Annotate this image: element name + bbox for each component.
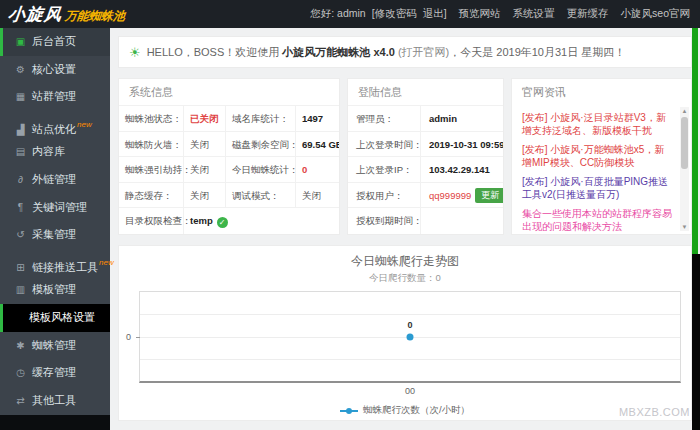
scrollbar-thumb[interactable] bbox=[681, 117, 688, 169]
info-panels-row: 系统信息 蜘蛛池状态：已关闭域名库统计：1497 蜘蛛防火墙：关闭磁盘剩余空间：… bbox=[118, 78, 692, 235]
field-label: 目录权限检查： bbox=[119, 208, 183, 234]
sidebar-item-spider[interactable]: ✱蜘蛛管理 bbox=[0, 332, 110, 360]
sidebar-item-label: 模板管理 bbox=[32, 283, 76, 295]
domain-count-value: 1497 bbox=[295, 106, 339, 132]
chart-title: 今日蜘蛛爬行走势图 bbox=[119, 253, 691, 270]
data-point-dot bbox=[407, 333, 414, 340]
field-label: 调试模式： bbox=[225, 183, 295, 209]
field-label: 静态缓存： bbox=[119, 183, 183, 209]
field-label: 管理员： bbox=[348, 106, 420, 132]
license-user-value: qq999999 bbox=[429, 190, 471, 201]
sidebar-item-content-library[interactable]: ▤内容库 bbox=[0, 138, 110, 166]
sidebar-item-core-settings[interactable]: ⚙核心设置 bbox=[0, 56, 110, 84]
table-row: 管理员：admin bbox=[348, 105, 503, 131]
table-row: 蜘蛛防火墙：关闭磁盘剩余空间：69.54 GB bbox=[119, 131, 339, 157]
refresh-cache-link[interactable]: 更新缓存 bbox=[567, 7, 609, 19]
news-link[interactable]: [发布] 小旋风·百度批量PING推送工具v2(日推送量百万) bbox=[522, 175, 673, 201]
sidebar-item-dashboard[interactable]: ▣后台首页 bbox=[0, 28, 110, 56]
watermark-text: MBXZB.COM bbox=[619, 406, 690, 418]
logout-link[interactable]: 退出 bbox=[423, 7, 444, 19]
chart-legend: 蜘蛛爬行次数（次/小时） bbox=[119, 404, 691, 417]
sidebar-item-label: 站群管理 bbox=[32, 90, 76, 102]
system-info-panel: 系统信息 蜘蛛池状态：已关闭域名库统计：1497 蜘蛛防火墙：关闭磁盘剩余空间：… bbox=[118, 78, 340, 235]
news-scrollbar[interactable]: ▲ ▼ bbox=[680, 107, 689, 231]
spider-icon: ✱ bbox=[14, 332, 27, 360]
site-group-icon: ▦ bbox=[14, 83, 27, 111]
hijack-status-value: 关闭 bbox=[183, 157, 225, 183]
update-license-button[interactable]: 更新 bbox=[475, 188, 504, 203]
field-label: 上次登录IP： bbox=[348, 157, 420, 183]
official-site-link[interactable]: 小旋风seo官网 bbox=[621, 7, 690, 19]
greeting-text: 您好: admin bbox=[310, 7, 365, 19]
y-axis-tick-label: 0 bbox=[126, 332, 131, 342]
top-header: 小旋风万能蜘蛛池 您好: admin[修改密码退出]预览网站系统设置更新缓存小旋… bbox=[0, 0, 700, 28]
scroll-down-icon[interactable]: ▼ bbox=[680, 223, 689, 231]
sidebar-item-label: 后台首页 bbox=[32, 35, 76, 47]
sidebar-item-label: 链接推送工具 bbox=[32, 261, 98, 273]
change-password-link[interactable]: 修改密码 bbox=[375, 7, 417, 19]
table-row: 授权到期时间： bbox=[348, 207, 503, 233]
field-label: 上次登录时间： bbox=[348, 132, 420, 158]
field-label: 域名库统计： bbox=[225, 106, 295, 132]
dir-name: temp bbox=[190, 215, 213, 226]
field-label: 今日蜘蛛统计： bbox=[225, 157, 295, 183]
last-login-time-value: 2019-10-31 09:59 bbox=[420, 132, 504, 158]
news-link[interactable]: [发布] 小旋风·泛目录站群V3，新增支持泛域名、新版模板干扰 bbox=[522, 111, 673, 137]
chart-plot-area: 0 0 bbox=[139, 291, 681, 383]
sidebar-item-other-tools[interactable]: ⇄其他工具 bbox=[0, 387, 110, 415]
static-cache-status-value: 关闭 bbox=[183, 183, 225, 209]
welcome-date-text: ，今天是 2019年10月31日 星期四！ bbox=[449, 46, 625, 58]
chart-subtitle: 今日爬行数量：0 bbox=[119, 272, 691, 285]
field-label: 磁盘剩余空间： bbox=[225, 132, 295, 158]
news-panel-title: 官网资讯 bbox=[512, 79, 691, 105]
table-row: 上次登录IP：103.42.29.141 bbox=[348, 156, 503, 182]
legend-line-marker-icon bbox=[340, 407, 358, 414]
scroll-up-icon[interactable]: ▲ bbox=[680, 107, 689, 115]
spider-pool-status-value: 已关闭 bbox=[183, 106, 225, 132]
table-row: 目录权限检查：temp✓ bbox=[119, 207, 339, 233]
sidebar-item-link-push[interactable]: ⊞链接推送工具new bbox=[0, 249, 110, 277]
sidebar-footer bbox=[0, 415, 110, 430]
table-row: 静态缓存：关闭调试模式：关闭 bbox=[119, 182, 339, 208]
field-label: 蜘蛛强引劫持： bbox=[119, 157, 183, 183]
login-info-panel: 登陆信息 管理员：admin 上次登录时间：2019-10-31 09:59 上… bbox=[347, 78, 504, 235]
table-row: 蜘蛛强引劫持：关闭今日蜘蛛统计：0 bbox=[119, 156, 339, 182]
sidebar-item-cache[interactable]: ◷缓存管理 bbox=[0, 359, 110, 387]
sidebar-item-label: 采集管理 bbox=[32, 228, 76, 240]
sidebar-item-keywords[interactable]: ¶关键词管理 bbox=[0, 194, 110, 222]
sidebar-item-templates[interactable]: ▥模板管理 bbox=[0, 276, 110, 304]
open-official-site-link[interactable]: (打开官网) bbox=[398, 46, 449, 58]
field-label: 授权用户： bbox=[348, 183, 420, 209]
sidebar-item-label: 其他工具 bbox=[32, 394, 76, 406]
sun-icon: ☀ bbox=[129, 45, 141, 60]
cache-clock-icon: ◷ bbox=[14, 359, 27, 387]
news-link[interactable]: 集合一些使用本站的站群程序容易出现的问题和解决方法 bbox=[522, 207, 673, 233]
sidebar-item-label: 站点优化 bbox=[32, 123, 76, 135]
sidebar-item-site-optimize[interactable]: ▟站点优化new bbox=[0, 111, 110, 139]
chart-plot-wrap: 0 0 00 bbox=[139, 291, 681, 396]
data-point-label: 0 bbox=[407, 320, 412, 330]
preview-site-link[interactable]: 预览网站 bbox=[459, 7, 501, 19]
news-link[interactable]: [发布] 小旋风·万能蜘蛛池x5，新增MIP模块、CC防御模块 bbox=[522, 143, 673, 169]
header-menu: 您好: admin[修改密码退出]预览网站系统设置更新缓存小旋风seo官网 bbox=[310, 7, 700, 21]
sidebar-subitem-template-style[interactable]: 模板风格设置 bbox=[0, 304, 110, 332]
keyword-icon: ¶ bbox=[14, 194, 27, 222]
collect-icon: ↺ bbox=[14, 221, 27, 249]
table-row: 上次登录时间：2019-10-31 09:59 bbox=[348, 131, 503, 157]
sidebar-item-external-links[interactable]: ∂外链管理 bbox=[0, 166, 110, 194]
x-axis-tick-label: 00 bbox=[139, 386, 681, 396]
new-badge: new bbox=[77, 120, 92, 129]
main-content: ☀HELLO，BOSS！欢迎使用 小旋风万能蜘蛛池 x4.0 (打开官网)，今天… bbox=[110, 28, 700, 430]
login-info-title: 登陆信息 bbox=[348, 79, 503, 105]
sidebar-item-site-group[interactable]: ▦站群管理 bbox=[0, 83, 110, 111]
debug-mode-value: 关闭 bbox=[295, 183, 339, 209]
today-spider-count-value: 0 bbox=[295, 157, 339, 183]
firewall-status-value: 关闭 bbox=[183, 132, 225, 158]
logo-secondary-text: 万能蜘蛛池 bbox=[64, 9, 125, 23]
news-panel: 官网资讯 [发布] 小旋风·泛目录站群V3，新增支持泛域名、新版模板干扰 [发布… bbox=[511, 78, 692, 235]
admin-name-value: admin bbox=[420, 106, 503, 132]
system-settings-link[interactable]: 系统设置 bbox=[513, 7, 555, 19]
field-label: 授权到期时间： bbox=[348, 208, 420, 234]
sidebar-item-collect[interactable]: ↺采集管理 bbox=[0, 221, 110, 249]
sidebar-item-label: 内容库 bbox=[32, 145, 65, 157]
